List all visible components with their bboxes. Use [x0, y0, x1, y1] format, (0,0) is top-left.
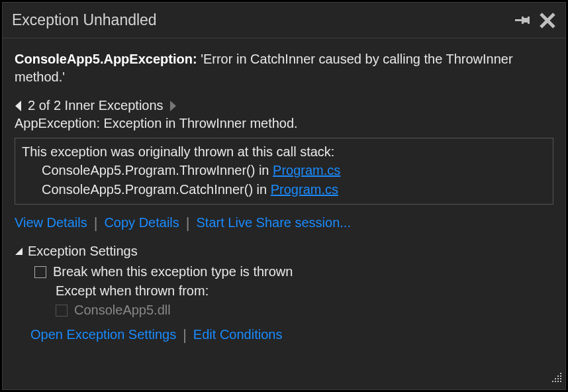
- dialog-content: ConsoleApp5.AppException: 'Error in Catc…: [3, 38, 565, 389]
- stack-file-link[interactable]: Program.cs: [271, 182, 338, 197]
- svg-rect-13: [557, 378, 559, 379]
- except-module-label: ConsoleApp5.dll: [74, 303, 171, 318]
- call-stack-intro: This exception was originally thrown at …: [22, 142, 546, 161]
- prev-inner-icon[interactable]: [15, 100, 23, 112]
- stack-file-link[interactable]: Program.cs: [273, 163, 340, 177]
- break-when-thrown-label: Break when this exception type is thrown: [53, 264, 293, 279]
- inner-exception-nav: 2 of 2 Inner Exceptions: [15, 98, 553, 113]
- exception-type: ConsoleApp5.AppException:: [15, 52, 197, 66]
- except-when-label: Except when thrown from:: [56, 283, 553, 299]
- edit-conditions-link[interactable]: Edit Conditions: [193, 327, 283, 342]
- svg-rect-11: [560, 375, 561, 377]
- exception-settings-title: Exception Settings: [28, 244, 138, 259]
- stack-frame: ConsoleApp5.Program.ThrowInner() in Prog…: [22, 161, 546, 179]
- call-stack-box: This exception was originally thrown at …: [15, 138, 553, 205]
- separator: |: [183, 328, 187, 342]
- svg-marker-6: [15, 101, 21, 111]
- svg-rect-12: [555, 378, 556, 379]
- resize-grip-icon[interactable]: [551, 371, 563, 387]
- open-exception-settings-link[interactable]: Open Exception Settings: [30, 327, 176, 342]
- svg-rect-9: [560, 373, 561, 374]
- break-when-thrown-row: Break when this exception type is thrown: [34, 264, 553, 279]
- titlebar: Exception Unhandled: [3, 3, 565, 38]
- exception-dialog: Exception Unhandled ConsoleApp5.AppExcep…: [2, 2, 566, 390]
- next-inner-icon[interactable]: [169, 100, 177, 112]
- pin-icon[interactable]: [515, 15, 530, 26]
- start-live-share-link[interactable]: Start Live Share session...: [197, 215, 351, 230]
- svg-rect-17: [557, 381, 559, 382]
- svg-marker-8: [15, 248, 23, 255]
- view-details-link[interactable]: View Details: [15, 215, 87, 230]
- settings-links-row: Open Exception Settings | Edit Condition…: [30, 327, 553, 342]
- svg-rect-15: [552, 381, 553, 382]
- inner-exception-detail: AppException: Exception in ThrowInner me…: [15, 116, 553, 131]
- close-icon[interactable]: [539, 12, 556, 29]
- svg-rect-1: [522, 17, 524, 24]
- svg-rect-18: [560, 381, 561, 382]
- svg-rect-2: [524, 18, 528, 23]
- copy-details-link[interactable]: Copy Details: [104, 215, 179, 230]
- svg-rect-0: [515, 19, 522, 21]
- except-module-checkbox: [56, 305, 68, 317]
- svg-marker-7: [170, 101, 176, 111]
- separator: |: [186, 216, 190, 230]
- stack-frame: ConsoleApp5.Program.CatchInner() in Prog…: [22, 180, 546, 199]
- dialog-title: Exception Unhandled: [12, 11, 515, 29]
- break-when-thrown-checkbox[interactable]: [34, 266, 46, 278]
- titlebar-controls: [515, 12, 556, 29]
- except-module-row: ConsoleApp5.dll: [56, 303, 553, 318]
- svg-rect-3: [528, 17, 530, 24]
- stack-frame-method: ConsoleApp5.Program.CatchInner() in: [42, 182, 271, 197]
- action-links-row: View Details | Copy Details | Start Live…: [15, 215, 553, 230]
- svg-rect-10: [557, 375, 559, 377]
- exception-settings-header[interactable]: Exception Settings: [15, 244, 553, 259]
- separator: |: [94, 216, 98, 230]
- svg-rect-14: [560, 378, 561, 379]
- inner-exception-position: 2 of 2 Inner Exceptions: [28, 98, 164, 113]
- svg-rect-16: [555, 381, 556, 382]
- exception-message: ConsoleApp5.AppException: 'Error in Catc…: [15, 50, 553, 86]
- collapse-arrow-icon[interactable]: [15, 247, 24, 256]
- stack-frame-method: ConsoleApp5.Program.ThrowInner() in: [42, 163, 273, 177]
